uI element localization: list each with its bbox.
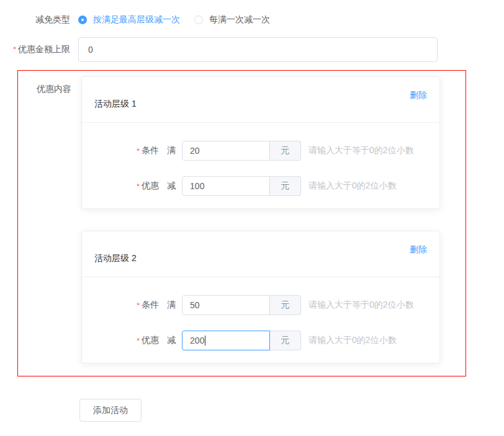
tier-2-discount-row: * 优惠 减 元 请输入大于0的2位小数: [82, 331, 439, 350]
tier-1-body: * 条件 满 元 请输入大于等于0的2位小数 * 优惠: [82, 123, 439, 208]
tier-1-condition-input-group: 元: [182, 141, 301, 161]
tier-2-discount-input-group: 元: [182, 331, 301, 350]
required-star-icon: *: [137, 182, 140, 191]
input-hint: 请输入大于等于0的2位小数: [308, 300, 414, 311]
discount-word: 减: [167, 180, 176, 192]
required-star-icon: *: [137, 301, 140, 310]
radio-highest-tier-once-label: 按满足最高层级减一次: [93, 14, 180, 25]
tier-1-title: 活动层级 1: [94, 99, 137, 110]
tier-1-discount-row: * 优惠 减 元 请输入大于0的2位小数: [82, 176, 439, 196]
discount-label: 优惠: [142, 180, 159, 192]
tier-card-2: 活动层级 2 删除 * 条件 满 元 请输入大于等: [81, 231, 440, 363]
promotion-form: 减免类型 按满足最高层级减一次 每满一次减一次 *优惠金额上限 优惠内容 活动层…: [0, 0, 504, 422]
input-wrap: [182, 176, 270, 196]
input-wrap: [182, 295, 270, 315]
tier-1-condition-input[interactable]: [182, 141, 270, 161]
unit-suffix: 元: [270, 295, 301, 315]
radio-every-time-once[interactable]: 每满一次减一次: [194, 14, 270, 25]
radio-selected-icon: [78, 16, 87, 24]
required-star-icon: *: [13, 45, 16, 54]
tier-1-header: 活动层级 1 删除: [82, 77, 439, 123]
tier-list: 活动层级 1 删除 * 条件 满 元 请输入大于等: [81, 76, 440, 363]
radio-every-time-once-label: 每满一次减一次: [209, 14, 270, 25]
tier-2-condition-input[interactable]: [182, 295, 270, 315]
tier-2-header: 活动层级 2 删除: [82, 231, 439, 277]
unit-suffix: 元: [270, 141, 301, 161]
tier-2-body: * 条件 满 元 请输入大于等于0的2位小数 * 优惠: [82, 277, 439, 363]
discount-limit-input[interactable]: [78, 37, 438, 62]
unit-suffix: 元: [270, 176, 301, 196]
tier-2-discount-input-focused[interactable]: [182, 331, 270, 350]
tier-2-condition-input-group: 元: [182, 295, 301, 315]
input-wrap: [182, 331, 270, 350]
condition-word: 满: [167, 145, 176, 156]
discount-limit-row: *优惠金额上限: [0, 37, 504, 62]
text-caret: [205, 336, 205, 345]
condition-label: 条件: [142, 300, 159, 311]
input-wrap: [182, 141, 270, 161]
add-activity-button[interactable]: 添加活动: [79, 399, 142, 422]
tier-1-discount-input-group: 元: [182, 176, 301, 196]
reduction-type-row: 减免类型 按满足最高层级减一次 每满一次减一次: [0, 14, 504, 26]
discount-limit-label: *优惠金额上限: [0, 44, 70, 55]
reduction-type-radio-group: 按满足最高层级减一次 每满一次减一次: [78, 14, 270, 25]
tier-1-discount-input[interactable]: [182, 176, 270, 196]
discount-word: 减: [167, 335, 176, 346]
input-hint: 请输入大于等于0的2位小数: [308, 145, 414, 156]
condition-label: 条件: [142, 145, 159, 156]
radio-highest-tier-once[interactable]: 按满足最高层级减一次: [78, 14, 180, 25]
reduction-type-label: 减免类型: [0, 14, 70, 25]
tier-2-condition-row: * 条件 满 元 请输入大于等于0的2位小数: [82, 295, 439, 315]
required-star-icon: *: [137, 146, 140, 156]
radio-unselected-icon: [194, 16, 203, 24]
condition-word: 满: [167, 300, 176, 311]
discount-label: 优惠: [142, 335, 159, 346]
add-activity-row: 添加活动: [0, 399, 504, 422]
required-star-icon: *: [137, 336, 140, 345]
unit-suffix: 元: [270, 331, 301, 350]
tier-2-title: 活动层级 2: [94, 253, 137, 264]
input-hint: 请输入大于0的2位小数: [308, 335, 397, 346]
tier-card-1: 活动层级 1 删除 * 条件 满 元 请输入大于等: [81, 76, 440, 209]
tier-1-delete-button[interactable]: 删除: [410, 90, 427, 101]
tier-2-delete-button[interactable]: 删除: [410, 244, 427, 256]
input-hint: 请输入大于0的2位小数: [308, 180, 397, 192]
tier-1-condition-row: * 条件 满 元 请输入大于等于0的2位小数: [82, 141, 439, 161]
discount-content-label: 优惠内容: [18, 76, 81, 363]
discount-content-fieldset: 优惠内容 活动层级 1 删除 * 条件 满: [17, 70, 466, 376]
